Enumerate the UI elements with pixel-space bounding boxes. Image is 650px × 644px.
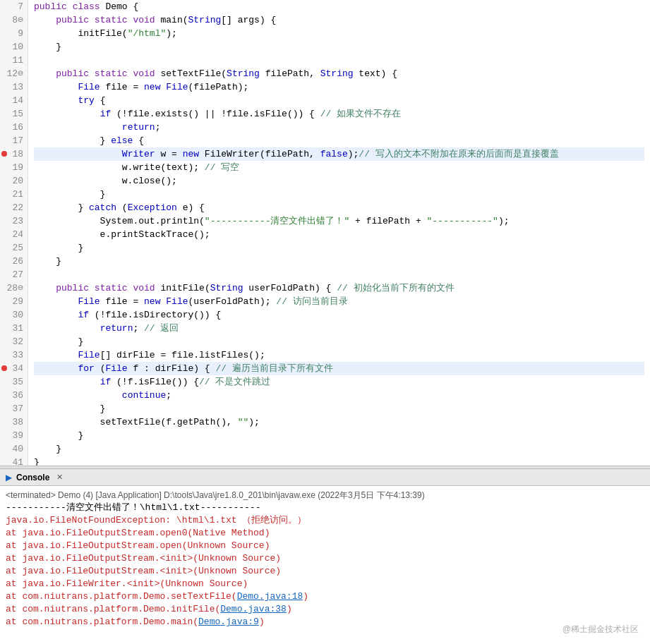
ln-18: 18 (0, 147, 28, 161)
ln-15: 15 (0, 107, 28, 121)
code-line-25: } (34, 241, 644, 255)
stack-link-6[interactable]: Demo.java:18 (237, 591, 303, 602)
ln-8: 8⊖ (0, 13, 28, 27)
ln-36: 36 (0, 389, 28, 402)
code-line-7: public class Demo { (34, 0, 644, 13)
code-line-35: if (!f.isFile()) {// 不是文件跳过 (34, 375, 644, 389)
ln-39: 39 (0, 429, 28, 442)
code-line-12: public static void setTextFile(String fi… (34, 67, 644, 80)
ln-16: 16 (0, 121, 28, 134)
code-line-30: if (!file.isDirectory()) { (34, 308, 644, 322)
terminated-text: <terminated> Demo (4) [Java Application]… (6, 490, 425, 500)
ln-33: 33 (0, 348, 28, 362)
code-line-15: if (!file.exists() || !file.isFile()) { … (34, 107, 644, 121)
ln-12: 12⊖ (0, 67, 28, 80)
code-line-10: } (34, 40, 644, 54)
line-numbers: 7 8⊖ 9 10 11 12⊖ 13 14 15 16 17 18 19 20… (0, 0, 28, 466)
ln-14: 14 (0, 94, 28, 107)
ln-28: 28⊖ (0, 281, 28, 295)
code-line-29: File file = new File(userFoldPath); // 访… (34, 295, 644, 308)
code-line-32: } (34, 335, 644, 348)
code-line-8: public static void main(String[] args) { (34, 13, 644, 27)
code-content: public class Demo { public static void m… (28, 0, 650, 466)
ln-24: 24 (0, 228, 28, 241)
ln-27: 27 (0, 268, 28, 281)
console-output: <terminated> Demo (4) [Java Application]… (0, 486, 650, 644)
ln-10: 10 (0, 40, 28, 54)
ln-25: 25 (0, 241, 28, 255)
ln-31: 31 (0, 322, 28, 335)
ln-37: 37 (0, 402, 28, 415)
code-line-36: continue; (34, 389, 644, 402)
code-line-26: } (34, 255, 644, 268)
ln-13: 13 (0, 80, 28, 94)
ln-7: 7 (0, 0, 28, 13)
ln-32: 32 (0, 335, 28, 348)
console-header: ▶ Console ✕ (0, 469, 650, 486)
ln-11: 11 (0, 54, 28, 67)
code-line-18: Writer w = new FileWriter(filePath, fals… (34, 147, 644, 161)
stack-link-7[interactable]: Demo.java:38 (220, 604, 287, 614)
stack-trace-3: at java.io.FileOutputStream.<init>(Unkno… (6, 552, 644, 565)
ln-26: 26 (0, 255, 28, 268)
ln-40: 40 (0, 442, 28, 456)
ln-34: 34 (0, 362, 28, 375)
console-tab-label[interactable]: Console (16, 473, 49, 482)
code-line-34: for (File f : dirFile) { // 遍历当前目录下所有文件 (34, 362, 644, 375)
code-line-41: } (34, 456, 644, 466)
ln-22: 22 (0, 201, 28, 214)
code-line-27 (34, 268, 644, 281)
code-line-39: } (34, 429, 644, 442)
code-line-17: } else { (34, 134, 644, 147)
stack-trace-7: at com.niutrans.platform.Demo.initFile(D… (6, 603, 644, 616)
code-line-38: setTextFile(f.getPath(), ""); (34, 415, 644, 429)
console-icon: ▶ (6, 473, 12, 482)
code-line-40: } (34, 442, 644, 456)
code-line-37: } (34, 402, 644, 415)
ln-23: 23 (0, 214, 28, 228)
ln-38: 38 (0, 415, 28, 429)
code-line-20: w.close(); (34, 174, 644, 188)
stack-link-8[interactable]: Demo.java:9 (198, 616, 259, 627)
ln-41: 41 (0, 456, 28, 466)
code-line-33: File[] dirFile = file.listFiles(); (34, 348, 644, 362)
ln-35: 35 (0, 375, 28, 389)
ln-29: 29 (0, 295, 28, 308)
code-line-13: File file = new File(filePath); (34, 80, 644, 94)
stack-trace-8: at com.niutrans.platform.Demo.main(Demo.… (6, 616, 644, 628)
stack-trace-2: at java.io.FileOutputStream.open(Unknown… (6, 540, 644, 552)
code-line-14: try { (34, 94, 644, 107)
code-line-16: return; (34, 121, 644, 134)
code-line-11 (34, 54, 644, 67)
output-separator: -----------清空文件出错了！\html\1.txt----------… (6, 502, 644, 514)
ln-30: 30 (0, 308, 28, 322)
ln-21: 21 (0, 188, 28, 201)
code-line-23: System.out.println("-----------清空文件出错了！"… (34, 214, 644, 228)
console-panel: ▶ Console ✕ <terminated> Demo (4) [Java … (0, 469, 650, 644)
code-editor: 7 8⊖ 9 10 11 12⊖ 13 14 15 16 17 18 19 20… (0, 0, 650, 466)
code-line-9: initFile("/html"); (34, 27, 644, 40)
code-line-21: } (34, 188, 644, 201)
stack-trace-5: at java.io.FileWriter.<init>(Unknown Sou… (6, 578, 644, 590)
console-tab-close: ✕ (56, 473, 63, 482)
code-line-19: w.write(text); // 写空 (34, 161, 644, 174)
code-line-28: public static void initFile(String userF… (34, 281, 644, 295)
stack-trace-1: at java.io.FileOutputStream.open0(Native… (6, 527, 644, 540)
terminated-status: <terminated> Demo (4) [Java Application]… (6, 489, 644, 502)
ln-19: 19 (0, 161, 28, 174)
stack-trace-6: at com.niutrans.platform.Demo.setTextFil… (6, 590, 644, 603)
ln-9: 9 (0, 27, 28, 40)
code-line-24: e.printStackTrace(); (34, 228, 644, 241)
ln-17: 17 (0, 134, 28, 147)
stack-trace-4: at java.io.FileOutputStream.<init>(Unkno… (6, 565, 644, 578)
ln-20: 20 (0, 174, 28, 188)
exception-line: java.io.FileNotFoundException: \html\1.t… (6, 514, 644, 527)
code-line-22: } catch (Exception e) { (34, 201, 644, 214)
code-line-31: return; // 返回 (34, 322, 644, 335)
